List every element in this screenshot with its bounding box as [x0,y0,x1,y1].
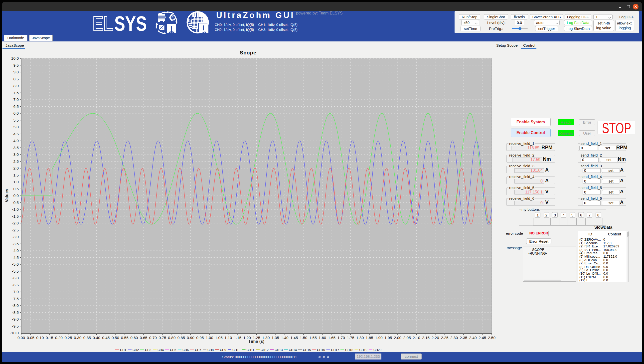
svg-text:8.5: 8.5 [13,77,19,81]
svg-text:-2.5: -2.5 [12,228,19,232]
svg-text:6.0: 6.0 [13,111,19,115]
svg-text:0.55: 0.55 [121,336,128,340]
svg-text:Scope: Scope [240,50,256,56]
svg-text:2.15: 2.15 [422,336,430,340]
svg-text:1.0: 1.0 [13,180,19,184]
svg-text:CH15: CH15 [303,348,311,352]
svg-text:1.85: 1.85 [366,336,373,340]
svg-text:2.10: 2.10 [412,336,420,340]
svg-text:1.05: 1.05 [215,336,223,340]
svg-text:0.05: 0.05 [27,336,34,340]
svg-text:0.90: 0.90 [187,336,195,340]
svg-text:CH10: CH10 [232,348,240,352]
svg-text:2.35: 2.35 [460,336,467,340]
svg-text:-2.0: -2.0 [12,221,19,225]
svg-text:0.15: 0.15 [46,336,53,340]
svg-text:0.40: 0.40 [93,336,100,340]
svg-text:3.5: 3.5 [13,146,19,150]
svg-text:CH5: CH5 [170,348,176,352]
svg-text:1.60: 1.60 [318,336,326,340]
svg-text:CH11: CH11 [246,348,254,352]
svg-text:1.40: 1.40 [281,336,289,340]
svg-text:CH13: CH13 [275,348,283,352]
svg-text:2.20: 2.20 [432,336,439,340]
svg-text:-7.5: -7.5 [12,296,19,301]
svg-text:7.0: 7.0 [13,97,19,102]
svg-text:CH1: CH1 [120,348,126,352]
svg-text:0.30: 0.30 [74,336,82,340]
svg-text:5.0: 5.0 [13,125,19,129]
svg-text:-1.0: -1.0 [12,207,19,212]
svg-text:CH7: CH7 [195,348,201,352]
svg-text:4.0: 4.0 [13,138,19,143]
svg-text:4.5: 4.5 [13,132,19,136]
svg-text:2.0: 2.0 [13,166,19,170]
svg-text:-7.0: -7.0 [12,290,19,294]
svg-text:5.5: 5.5 [13,118,19,122]
svg-text:1.95: 1.95 [384,336,392,340]
svg-text:2.45: 2.45 [478,336,486,340]
svg-text:1.70: 1.70 [338,336,345,340]
svg-text:CH16: CH16 [317,348,325,352]
svg-text:10.0: 10.0 [11,56,19,60]
svg-text:-10.0: -10.0 [10,331,19,335]
svg-text:CH20: CH20 [374,348,382,352]
svg-text:-4.0: -4.0 [12,248,19,253]
svg-text:9.0: 9.0 [13,70,19,74]
svg-text:0.25: 0.25 [64,336,72,340]
svg-text:-9.0: -9.0 [12,317,19,321]
svg-text:0.60: 0.60 [130,336,138,340]
svg-text:-0.5: -0.5 [12,200,19,205]
svg-text:2.5: 2.5 [13,159,19,164]
svg-text:-8.5: -8.5 [12,310,19,314]
svg-text:Values: Values [4,189,9,202]
svg-text:1.35: 1.35 [272,336,279,340]
svg-text:CH12: CH12 [260,348,268,352]
svg-text:Time (s): Time (s) [248,339,264,344]
svg-text:-6.0: -6.0 [12,276,19,280]
svg-text:CH14: CH14 [289,348,297,352]
svg-text:CH9: CH9 [220,348,226,352]
svg-text:-3.0: -3.0 [12,235,19,239]
svg-text:-8.0: -8.0 [12,303,19,308]
svg-text:CH4: CH4 [158,348,164,352]
svg-text:-1.5: -1.5 [12,214,19,218]
svg-text:0.65: 0.65 [140,336,147,340]
svg-text:0.45: 0.45 [102,336,110,340]
svg-text:CH8: CH8 [208,348,214,352]
svg-text:0.5: 0.5 [13,187,19,191]
svg-text:1.15: 1.15 [234,336,242,340]
svg-text:0.80: 0.80 [168,336,176,340]
svg-text:1.45: 1.45 [290,336,298,340]
svg-text:-4.5: -4.5 [12,256,19,260]
svg-text:7.5: 7.5 [13,91,19,95]
svg-text:CH18: CH18 [345,348,353,352]
svg-text:1.80: 1.80 [356,336,364,340]
svg-text:STOP: STOP [602,122,631,135]
svg-text:0.35: 0.35 [83,336,91,340]
svg-text:-9.5: -9.5 [12,324,19,328]
svg-text:2.30: 2.30 [450,336,458,340]
svg-text:CH3: CH3 [145,348,151,352]
svg-text:1.50: 1.50 [300,336,308,340]
svg-text:0.50: 0.50 [112,336,119,340]
svg-text:0.0: 0.0 [13,194,19,198]
svg-text:0.85: 0.85 [178,336,185,340]
svg-text:0.95: 0.95 [196,336,204,340]
svg-text:2.00: 2.00 [394,336,402,340]
svg-text:9.5: 9.5 [13,63,19,68]
svg-text:CH2: CH2 [132,348,139,352]
svg-text:2.50: 2.50 [488,336,496,340]
svg-text:2.25: 2.25 [441,336,448,340]
svg-text:1.10: 1.10 [224,336,232,340]
svg-text:2.40: 2.40 [469,336,477,340]
svg-text:8.0: 8.0 [13,84,19,88]
svg-text:0.20: 0.20 [55,336,63,340]
svg-text:-3.5: -3.5 [12,242,19,246]
svg-text:1.55: 1.55 [309,336,317,340]
svg-text:CH17: CH17 [331,348,339,352]
svg-text:0.75: 0.75 [158,336,166,340]
svg-text:-6.5: -6.5 [12,283,19,287]
svg-text:CH19: CH19 [360,348,368,352]
svg-text:-5.0: -5.0 [12,262,19,266]
